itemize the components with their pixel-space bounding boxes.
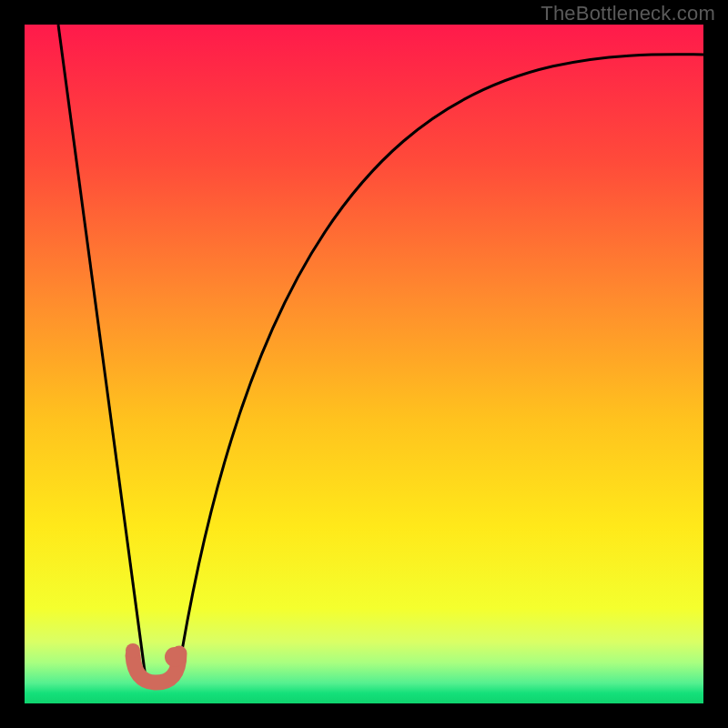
bottleneck-chart xyxy=(0,0,728,728)
trough-dot-left-icon xyxy=(126,643,140,658)
trough-dot-right-icon xyxy=(165,647,185,667)
chart-frame: TheBottleneck.com xyxy=(0,0,728,728)
attribution-label: TheBottleneck.com xyxy=(541,2,715,25)
plot-background xyxy=(25,25,703,703)
